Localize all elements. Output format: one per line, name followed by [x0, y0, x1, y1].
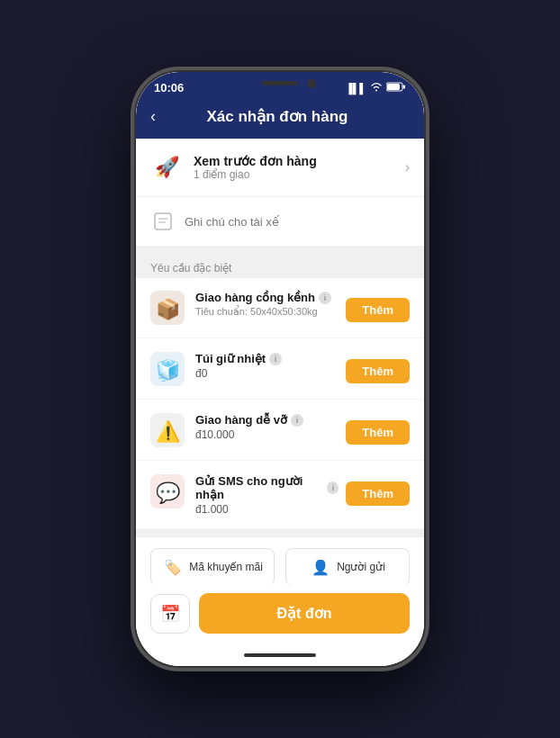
req-title-thermal: Túi giữ nhiệt: [195, 352, 266, 365]
req-title-row-sms: Gửi SMS cho người nhận i: [195, 474, 339, 501]
req-item-thermal: 🧊 Túi giữ nhiệt i đ0 Thêm: [136, 339, 424, 400]
req-right-bulky: Thêm: [346, 291, 410, 322]
status-icons: ▐▌▌: [346, 82, 406, 94]
wifi-icon: [370, 82, 383, 94]
phone-screen: 10:06 ▐▌▌: [136, 72, 424, 666]
preview-order-card[interactable]: 🚀 Xem trước đơn hàng 1 điểm giao ›: [136, 139, 424, 246]
scroll-content: 🚀 Xem trước đơn hàng 1 điểm giao ›: [136, 139, 424, 584]
req-right-fragile: Thêm: [346, 413, 410, 445]
rocket-icon: 🚀: [150, 151, 183, 184]
btn-them-thermal[interactable]: Thêm: [346, 359, 410, 383]
note-row: [136, 196, 424, 246]
req-item-fragile: ⚠️ Giao hàng dễ vỡ i đ10.000 Thêm: [136, 400, 424, 461]
section-label: Yêu cầu đặc biệt: [136, 253, 424, 278]
req-title-fragile: Giao hàng dễ vỡ: [195, 413, 287, 427]
svg-rect-1: [387, 84, 400, 90]
req-row-fragile: ⚠️ Giao hàng dễ vỡ i đ10.000 Thêm: [150, 413, 410, 447]
req-right-sms: Thêm: [346, 474, 410, 506]
svg-rect-2: [403, 86, 406, 89]
requirements-card: 📦 Giao hàng cồng kềnh i Tiêu chuẩn: 50x4…: [136, 278, 424, 529]
req-title-row: Giao hàng cồng kềnh i: [195, 291, 339, 304]
home-bar: [244, 653, 316, 657]
req-info-fragile: Giao hàng dễ vỡ i đ10.000: [195, 413, 339, 441]
btn-them-sms[interactable]: Thêm: [346, 482, 410, 506]
svg-text:⚠️: ⚠️: [156, 419, 181, 444]
header: ‹ Xác nhận đơn hàng: [136, 100, 424, 139]
req-info-thermal: Túi giữ nhiệt i đ0: [195, 352, 339, 380]
status-time: 10:06: [154, 81, 184, 94]
req-row: 📦 Giao hàng cồng kềnh i Tiêu chuẩn: 50x4…: [150, 291, 410, 325]
btn-them-fragile[interactable]: Thêm: [346, 420, 410, 445]
preview-title: Xem trước đơn hàng: [194, 154, 405, 168]
sms-icon: 💬: [150, 474, 185, 508]
sender-icon: 👤: [310, 556, 331, 578]
note-icon: [150, 209, 176, 234]
bottom-bar: 📅 Đặt đơn: [136, 584, 424, 648]
req-sub-bulky: Tiêu chuẩn: 50x40x50:30kg: [195, 306, 339, 318]
home-indicator: [136, 648, 424, 666]
preview-subtitle: 1 điểm giao: [194, 168, 405, 181]
req-info-bulky: Giao hàng cồng kềnh i Tiêu chuẩn: 50x40x…: [195, 291, 339, 318]
sender-button[interactable]: 👤 Người gửi: [285, 548, 410, 584]
chevron-right-icon: ›: [405, 159, 410, 176]
req-title-sms: Gửi SMS cho người nhận: [195, 474, 323, 501]
btn-them-bulky[interactable]: Thêm: [346, 298, 410, 322]
fragile-icon: ⚠️: [150, 413, 185, 447]
signal-icon: ▐▌▌: [346, 83, 366, 94]
info-icon-fragile: i: [291, 414, 303, 427]
note-input[interactable]: [185, 215, 410, 229]
req-info-sms: Gửi SMS cho người nhận i đ1.000: [195, 474, 339, 516]
coupon-label: Mã khuyến mãi: [189, 561, 263, 573]
battery-icon: [386, 82, 406, 94]
req-title-bulky: Giao hàng cồng kềnh: [195, 291, 315, 304]
svg-text:💬: 💬: [156, 481, 181, 505]
svg-text:🧊: 🧊: [156, 358, 181, 382]
schedule-button[interactable]: 📅: [150, 594, 190, 634]
calendar-icon: 📅: [160, 604, 180, 624]
req-right-thermal: Thêm: [346, 352, 410, 383]
svg-rect-3: [155, 213, 171, 230]
req-price-sms: đ1.000: [195, 503, 339, 516]
back-button[interactable]: ‹: [150, 107, 156, 126]
notch-speaker: [262, 81, 298, 86]
req-item-sms: 💬 Gửi SMS cho người nhận i đ1.000 Thêm: [136, 462, 424, 529]
bulky-icon: 📦: [150, 291, 185, 325]
info-icon-bulky: i: [319, 292, 331, 304]
page-title: Xác nhận đơn hàng: [167, 107, 388, 126]
req-title-row-fragile: Giao hàng dễ vỡ i: [195, 413, 339, 427]
req-price-fragile: đ10.000: [195, 428, 339, 441]
svg-text:📦: 📦: [156, 297, 181, 321]
coupon-icon: 🏷️: [162, 556, 184, 578]
order-button[interactable]: Đặt đơn: [199, 593, 410, 634]
preview-row[interactable]: 🚀 Xem trước đơn hàng 1 điểm giao ›: [136, 139, 424, 196]
thermal-icon: 🧊: [150, 352, 185, 386]
req-row-sms: 💬 Gửi SMS cho người nhận i đ1.000 Thêm: [150, 474, 410, 516]
preview-text: Xem trước đơn hàng 1 điểm giao: [194, 154, 405, 181]
req-price-thermal: đ0: [195, 367, 339, 380]
actions-row: 🏷️ Mã khuyến mãi 👤 Người gửi: [136, 536, 424, 584]
req-item-bulky: 📦 Giao hàng cồng kềnh i Tiêu chuẩn: 50x4…: [136, 278, 424, 338]
sender-label: Người gửi: [337, 561, 385, 573]
req-row-thermal: 🧊 Túi giữ nhiệt i đ0 Thêm: [150, 352, 410, 386]
notch-camera: [307, 79, 316, 88]
phone-frame: 10:06 ▐▌▌: [136, 72, 424, 666]
req-title-row-thermal: Túi giữ nhiệt i: [195, 352, 339, 365]
notch: [226, 72, 334, 97]
info-icon-sms: i: [327, 482, 339, 494]
coupon-button[interactable]: 🏷️ Mã khuyến mãi: [150, 548, 275, 584]
info-icon-thermal: i: [269, 353, 282, 365]
